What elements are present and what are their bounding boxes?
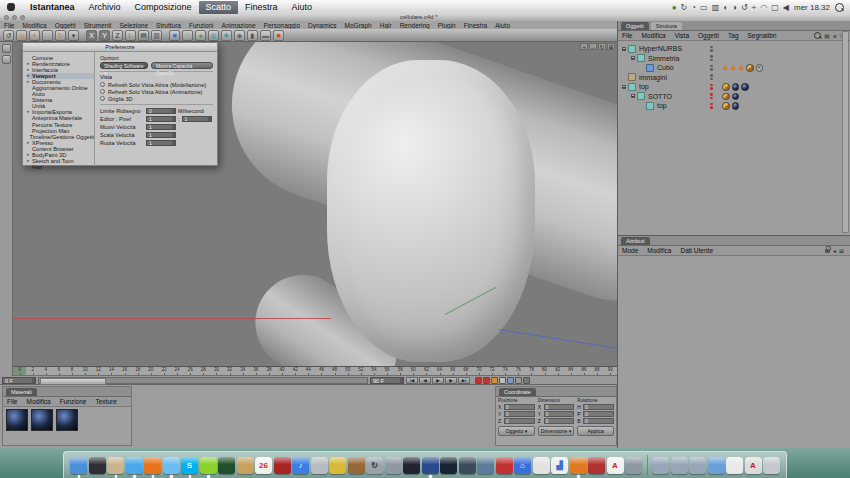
- dock-contacts[interactable]: [237, 457, 254, 474]
- status-display-icon[interactable]: ▢: [771, 1, 779, 14]
- c4d-menu-item[interactable]: Rendering: [396, 22, 434, 29]
- macos-menu-item[interactable]: Finestra: [238, 1, 285, 14]
- timeline-tick[interactable]: 76: [512, 367, 525, 375]
- dock-quicktime[interactable]: [403, 457, 420, 474]
- objects-menu-item[interactable]: File: [618, 32, 636, 39]
- timeline-tick[interactable]: 58: [394, 367, 407, 375]
- dock-keynote[interactable]: [570, 457, 587, 474]
- macos-menu-item[interactable]: Composizione: [128, 1, 199, 14]
- material-item[interactable]: [31, 409, 53, 435]
- zoom-window-icon[interactable]: [20, 15, 25, 20]
- c4d-menu-item[interactable]: Hair: [376, 22, 396, 29]
- objects-menu-item[interactable]: Vista: [671, 32, 693, 39]
- timeline-tick[interactable]: 50: [341, 367, 354, 375]
- c4d-menu-item[interactable]: MoGraph: [341, 22, 376, 29]
- c4d-menu-item[interactable]: Dynamics: [304, 22, 341, 29]
- go-end-button[interactable]: ▶|: [458, 377, 470, 384]
- zoom-view-icon[interactable]: ↔: [589, 43, 597, 50]
- rotate-view-icon[interactable]: ↻: [598, 43, 606, 50]
- tab-coordinate[interactable]: Coordinate: [499, 388, 536, 396]
- timeline-tick[interactable]: 48: [328, 367, 341, 375]
- status-ink-icon[interactable]: ▥: [712, 1, 720, 14]
- coordinate-field[interactable]: 0: [544, 404, 575, 410]
- status-green-icon[interactable]: ●: [672, 1, 677, 14]
- coordinate-field[interactable]: 0: [583, 411, 614, 417]
- tree-row[interactable]: Cubo×: [618, 63, 850, 73]
- timeline-tick[interactable]: 74: [499, 367, 512, 375]
- expand-icon[interactable]: [631, 94, 635, 98]
- timeline-tick[interactable]: 44: [302, 367, 315, 375]
- timeline-tick[interactable]: 54: [367, 367, 380, 375]
- materials-menu-item[interactable]: File: [3, 398, 21, 405]
- visibility-dot[interactable]: [710, 55, 713, 58]
- status-clock-icon[interactable]: ◐: [723, 1, 728, 14]
- tab-oggetti[interactable]: Oggetti: [621, 22, 649, 30]
- current-frame-field[interactable]: 0 F: [2, 377, 36, 384]
- timeline-tick[interactable]: 90: [604, 367, 617, 375]
- c4d-menu-item[interactable]: Selezione: [116, 22, 153, 29]
- generators-icon[interactable]: ●: [195, 30, 206, 41]
- timeline-tick[interactable]: 30: [210, 367, 223, 375]
- timeline-tick[interactable]: 18: [131, 367, 144, 375]
- warning-tag-icon[interactable]: [730, 65, 736, 70]
- close-window-icon[interactable]: [4, 15, 9, 20]
- coordinate-system-icon[interactable]: L: [125, 30, 136, 41]
- attributes-menu-item[interactable]: Mode: [618, 247, 642, 254]
- dock-stack-docs[interactable]: [689, 457, 706, 474]
- timeline-tick[interactable]: 24: [171, 367, 184, 375]
- material-tag-icon[interactable]: [732, 93, 740, 101]
- timeline-tick[interactable]: 46: [315, 367, 328, 375]
- c4d-menu-item[interactable]: File: [0, 22, 18, 29]
- dock-system-preferences[interactable]: [385, 457, 402, 474]
- materials-menu-item[interactable]: Texture: [91, 398, 120, 405]
- checkbox-icon[interactable]: [100, 89, 105, 94]
- c4d-menu-item[interactable]: Aiuto: [491, 22, 514, 29]
- dock-ical[interactable]: 26: [255, 457, 272, 474]
- dock-ink[interactable]: [533, 457, 550, 474]
- visibility-dot[interactable]: [710, 74, 713, 77]
- opengl-capabilities-button[interactable]: Mostra Capacità OpenGL: [151, 62, 213, 69]
- visibility-dots[interactable]: [710, 55, 713, 61]
- history-back-icon[interactable]: ◂: [833, 247, 836, 254]
- visibility-dots[interactable]: [710, 65, 713, 71]
- coordinates-apply-button[interactable]: Applica: [577, 426, 614, 436]
- tree-row[interactable]: HyperNURBS: [618, 44, 850, 54]
- timeline-tick[interactable]: 40: [276, 367, 289, 375]
- palette-icon-2[interactable]: [2, 55, 11, 64]
- note-icon[interactable]: ▤: [824, 32, 830, 39]
- letter-a-icon[interactable]: a: [833, 33, 836, 39]
- hypernurbs-icon[interactable]: ◍: [208, 30, 219, 41]
- field-input[interactable]: 1: [146, 140, 176, 147]
- materials-menu-item[interactable]: Funzione: [56, 398, 91, 405]
- tab-materiali[interactable]: Materiali: [6, 388, 37, 396]
- live-select-icon[interactable]: ◎: [16, 30, 27, 41]
- dock-green-app[interactable]: [218, 457, 235, 474]
- timeline-tick[interactable]: 82: [551, 367, 564, 375]
- material-icon[interactable]: ■: [273, 30, 284, 41]
- camera-icon[interactable]: ▮: [247, 30, 258, 41]
- timeline-ruler[interactable]: 0246810121416182022242628303234363840424…: [13, 367, 617, 376]
- timeline-tick[interactable]: 38: [262, 367, 275, 375]
- timeline-tick[interactable]: 32: [223, 367, 236, 375]
- c4d-menu-item[interactable]: Strumenti: [80, 22, 116, 29]
- autokey-button[interactable]: [523, 377, 530, 384]
- record-rotation-button[interactable]: [507, 377, 514, 384]
- checkbox-icon[interactable]: [100, 82, 105, 87]
- shading-dropdown[interactable]: Shading Software ▾: [100, 62, 148, 69]
- visibility-dots[interactable]: [710, 74, 713, 80]
- material-item[interactable]: [6, 409, 28, 435]
- dock-acrobat-doc[interactable]: A: [745, 457, 762, 474]
- dock-finder[interactable]: [70, 457, 87, 474]
- timeline-tick[interactable]: 26: [184, 367, 197, 375]
- material-thumbnail[interactable]: [6, 409, 28, 431]
- macos-menu-item[interactable]: Aiuto: [285, 1, 320, 14]
- dock-dark-disc[interactable]: [89, 457, 106, 474]
- panel-options-icon[interactable]: ⊞: [839, 247, 844, 254]
- uv-tag-icon[interactable]: [722, 83, 730, 91]
- coordinate-field[interactable]: 0: [504, 404, 535, 410]
- preferences-title[interactable]: Preferenze: [23, 43, 217, 52]
- field-input[interactable]: 1: [146, 132, 176, 139]
- coordinates-size-dropdown[interactable]: Dimensione ▾: [538, 426, 575, 436]
- timeline-tick[interactable]: 16: [118, 367, 131, 375]
- timeline-tick[interactable]: 20: [144, 367, 157, 375]
